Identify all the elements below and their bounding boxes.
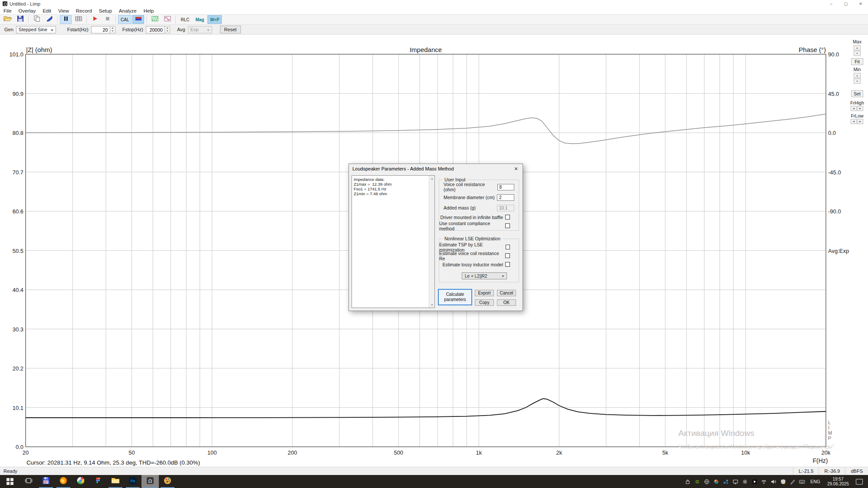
checkbox-unchecked[interactable] (505, 262, 510, 267)
menu-setup[interactable]: Setup (95, 8, 115, 13)
cancel-button[interactable]: Cancel (497, 290, 516, 296)
usb-icon[interactable] (684, 478, 690, 485)
notification-center-icon[interactable] (856, 479, 863, 485)
copy-overlay-button[interactable] (31, 15, 43, 24)
fstop-stepper[interactable]: ▲▼ (146, 26, 170, 33)
keyboard-icon[interactable] (799, 478, 805, 485)
fstart-spin-buttons[interactable]: ▲▼ (110, 26, 115, 33)
menu-record[interactable]: Record (72, 8, 95, 13)
averaging-select: Exp (188, 26, 212, 33)
min-up-button[interactable]: ▲ (854, 73, 861, 78)
wifi-icon[interactable] (761, 478, 767, 485)
minimize-icon[interactable]: – (824, 0, 838, 7)
copy-button[interactable]: Copy (475, 299, 494, 306)
limp-taskbar-button[interactable]: Ω (141, 475, 159, 488)
checkbox-unchecked[interactable] (505, 253, 510, 258)
checkbox-unchecked[interactable] (506, 245, 510, 249)
firefox-taskbar-button[interactable] (55, 475, 72, 488)
close-icon[interactable]: ✕ (853, 0, 868, 7)
fstart-stepper[interactable]: ▲▼ (91, 26, 115, 33)
export-button[interactable]: Export (475, 290, 494, 296)
task-view-taskbar-button[interactable] (20, 475, 37, 488)
floppy-app-taskbar-button[interactable] (37, 475, 55, 488)
left-axis-tick-label: 101.0 (0, 51, 23, 58)
chart-title: Impedance (0, 46, 852, 53)
ok-button[interactable]: OK (497, 299, 516, 306)
frlow-right-button[interactable]: ► (857, 119, 863, 124)
reset-button[interactable]: Reset (220, 26, 241, 33)
record-stop-button[interactable] (102, 15, 113, 24)
security-shield-icon[interactable] (780, 478, 786, 485)
menu-file[interactable]: File (0, 8, 15, 13)
open-folder-icon (3, 15, 12, 24)
spin-down-icon[interactable]: ▼ (165, 29, 170, 33)
menu-view[interactable]: View (55, 8, 72, 13)
checkbox-unchecked[interactable] (505, 215, 510, 219)
globe-icon[interactable] (704, 478, 710, 485)
list-scrollbar[interactable]: ▲ ▼ (429, 176, 434, 308)
nvidia-icon[interactable] (694, 478, 700, 485)
open-file-button[interactable] (2, 15, 13, 24)
chrome-taskbar-button[interactable] (72, 475, 89, 488)
menu-overlay[interactable]: Overlay (15, 8, 39, 13)
fstop-input[interactable] (146, 26, 165, 33)
scroll-up-icon[interactable]: ▲ (429, 176, 435, 181)
menu-edit[interactable]: Edit (39, 8, 55, 13)
figma-taskbar-button[interactable] (89, 475, 107, 488)
field-input[interactable]: 8 (497, 184, 514, 190)
volume-icon[interactable] (770, 478, 776, 485)
magnitude-phase-view-button[interactable]: M+P (207, 15, 222, 24)
menu-analyze[interactable]: Analyze (115, 8, 140, 13)
pink-noise-button[interactable] (149, 15, 161, 24)
generator-type-select[interactable]: Stepped Sine (16, 26, 56, 33)
paint-taskbar-button[interactable] (159, 475, 176, 488)
inductor-model-value: Le + L2||R2 (465, 274, 487, 278)
frhigh-right-button[interactable]: ► (857, 106, 863, 111)
fit-button[interactable]: Fit (851, 58, 863, 65)
overlay-edit-button[interactable] (43, 15, 55, 24)
clock[interactable]: 19:57 29.06.2025 (825, 477, 851, 486)
max-down-button[interactable]: ▼ (854, 51, 861, 56)
display-icon[interactable] (732, 478, 738, 485)
save-button[interactable] (14, 15, 26, 24)
language-indicator[interactable]: ENG (809, 479, 822, 484)
frlow-left-button[interactable]: ◄ (851, 119, 857, 124)
menu-help[interactable]: Help (140, 8, 158, 13)
fstart-input[interactable] (91, 26, 110, 33)
rlc-button[interactable]: RLC (178, 15, 192, 24)
dialog-close-icon[interactable]: ✕ (510, 166, 523, 172)
spin-down-icon[interactable]: ▼ (110, 29, 115, 33)
calibrate-button[interactable]: CAL (118, 15, 132, 24)
scroll-down-icon[interactable]: ▼ (429, 302, 435, 308)
dialog-title-bar[interactable]: Loudspeaker Parameters - Added Mass Meth… (349, 164, 523, 174)
field-input[interactable]: 2 (497, 194, 514, 201)
min-down-button[interactable]: ▼ (854, 79, 861, 84)
min-label: Min (846, 67, 868, 72)
media-player-icon[interactable] (751, 478, 757, 485)
frhigh-left-button[interactable]: ◄ (851, 106, 857, 111)
color-wheel-icon[interactable] (713, 478, 719, 485)
checkbox-unchecked[interactable] (505, 223, 510, 228)
limp-logo-letter: L (828, 420, 832, 425)
avg-label: Avg (177, 27, 185, 32)
set-button[interactable]: Set (851, 90, 863, 97)
fstop-spin-buttons[interactable]: ▲▼ (165, 26, 170, 33)
magnitude-view-button[interactable]: Mag (193, 15, 207, 24)
overlay-bars-button[interactable] (132, 15, 144, 24)
spin-up-icon[interactable]: ▲ (110, 26, 115, 30)
impedance-data-list[interactable]: Impedance data:Z1max = 12.39 ohmFso1 = 1… (352, 175, 435, 308)
pen-icon[interactable] (789, 478, 796, 485)
start-button[interactable] (0, 475, 20, 488)
maximize-icon[interactable]: ▢ (838, 0, 853, 7)
max-up-button[interactable]: ▲ (854, 45, 861, 50)
settings-gear-icon[interactable] (742, 478, 748, 485)
network-nodes-icon[interactable] (723, 478, 729, 485)
sine-generator-button[interactable] (161, 15, 173, 24)
calculate-parameters-button[interactable]: Calculate parameters (438, 289, 472, 305)
file-explorer-taskbar-button[interactable] (107, 475, 124, 488)
pause-button[interactable] (60, 15, 72, 24)
photoshop-taskbar-button[interactable]: Ps (124, 475, 141, 488)
record-start-button[interactable] (89, 15, 101, 24)
spin-up-icon[interactable]: ▲ (165, 26, 170, 30)
table-view-button[interactable] (72, 15, 84, 24)
